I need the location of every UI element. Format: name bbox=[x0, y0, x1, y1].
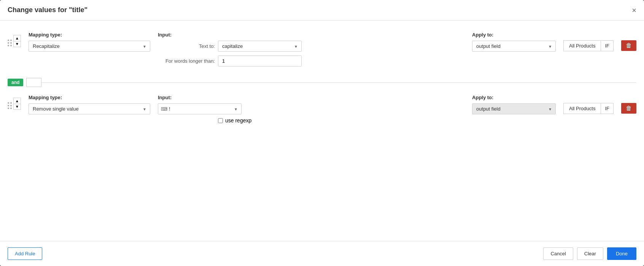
modal-body: ▲ ▼ Mapping type: Recapitalize Remove si… bbox=[0, 21, 644, 241]
input-label-1: Input: bbox=[158, 32, 464, 38]
for-words-row: For words longer than: bbox=[158, 55, 464, 66]
clear-button[interactable]: Clear bbox=[577, 247, 603, 260]
order-up-button-1[interactable]: ▲ bbox=[13, 35, 21, 41]
mapping-type-section-2: Mapping type: Recapitalize Remove single… bbox=[29, 95, 150, 114]
separator-line bbox=[41, 82, 636, 83]
handle-group-1: ▲ ▼ bbox=[8, 32, 21, 47]
done-button[interactable]: Done bbox=[607, 247, 636, 260]
cancel-button[interactable]: Cancel bbox=[543, 247, 573, 260]
order-buttons-2: ▲ ▼ bbox=[13, 98, 21, 110]
if-button-2[interactable]: IF bbox=[601, 103, 614, 114]
use-regexp-checkbox[interactable] bbox=[218, 118, 223, 123]
regexp-row: use regexp bbox=[218, 117, 464, 124]
and-separator: and bbox=[8, 78, 636, 87]
and-input[interactable] bbox=[26, 78, 41, 87]
mapping-type-label-1: Mapping type: bbox=[29, 32, 150, 38]
delete-section-1: 🗑 bbox=[621, 32, 636, 51]
input-section-1: Input: Text to: capitalize uppercase low… bbox=[158, 32, 464, 70]
rule-row-1: ▲ ▼ Mapping type: Recapitalize Remove si… bbox=[8, 28, 636, 74]
modal-overlay: Change values for "title" × ▲ ▼ bbox=[0, 0, 644, 266]
mapping-type-select-2[interactable]: Recapitalize Remove single value Find an… bbox=[29, 103, 150, 114]
use-regexp-label: use regexp bbox=[225, 117, 251, 124]
icon-select-wrapper: ! bbox=[158, 103, 242, 114]
modal-title: Change values for "title" bbox=[8, 6, 87, 14]
modal-footer: Add Rule Cancel Clear Done bbox=[0, 241, 644, 266]
all-products-button-1[interactable]: All Products bbox=[563, 40, 601, 51]
mapping-type-label-2: Mapping type: bbox=[29, 95, 150, 100]
mapping-type-wrapper-1: Recapitalize Remove single value Find an… bbox=[29, 41, 150, 52]
products-section-1: All Products IF bbox=[563, 32, 614, 51]
footer-right: Cancel Clear Done bbox=[543, 247, 636, 260]
rule-row-2: ▲ ▼ Mapping type: Recapitalize Remove si… bbox=[8, 91, 636, 127]
delete-button-2[interactable]: 🗑 bbox=[621, 103, 636, 114]
order-up-button-2[interactable]: ▲ bbox=[13, 98, 21, 104]
apply-to-wrapper-1: output field bbox=[472, 41, 556, 52]
delete-section-2: 🗑 bbox=[621, 95, 636, 114]
input-value-select-2[interactable]: ! bbox=[158, 103, 242, 114]
products-section-2: All Products IF bbox=[563, 95, 614, 114]
input-section-2: Input: ! ⌨ use regexp bbox=[158, 95, 464, 124]
and-badge: and bbox=[8, 79, 23, 86]
text-to-select[interactable]: capitalize uppercase lowercase bbox=[218, 41, 302, 52]
apply-to-section-2: Apply to: output field bbox=[472, 95, 556, 114]
delete-button-1[interactable]: 🗑 bbox=[621, 40, 636, 51]
mapping-type-select-1[interactable]: Recapitalize Remove single value Find an… bbox=[29, 41, 150, 52]
input-label-2: Input: bbox=[158, 95, 464, 100]
handle-group-2: ▲ ▼ bbox=[8, 95, 21, 110]
apply-to-select-2[interactable]: output field bbox=[472, 103, 556, 114]
order-down-button-2[interactable]: ▼ bbox=[13, 104, 21, 110]
modal-header: Change values for "title" × bbox=[0, 0, 644, 21]
for-words-input[interactable] bbox=[218, 55, 302, 66]
drag-handle-1[interactable] bbox=[8, 36, 12, 46]
if-button-1[interactable]: IF bbox=[601, 40, 614, 51]
modal: Change values for "title" × ▲ ▼ bbox=[0, 0, 644, 266]
close-button[interactable]: × bbox=[632, 6, 636, 14]
mapping-type-wrapper-2: Recapitalize Remove single value Find an… bbox=[29, 103, 150, 114]
all-products-button-2[interactable]: All Products bbox=[563, 103, 601, 114]
apply-to-select-1[interactable]: output field bbox=[472, 41, 556, 52]
order-buttons-1: ▲ ▼ bbox=[13, 35, 21, 47]
drag-handle-2[interactable] bbox=[8, 98, 12, 109]
apply-to-label-1: Apply to: bbox=[472, 32, 556, 38]
apply-to-wrapper-2: output field bbox=[472, 103, 556, 114]
order-down-button-1[interactable]: ▼ bbox=[13, 41, 21, 47]
mapping-type-section-1: Mapping type: Recapitalize Remove single… bbox=[29, 32, 150, 52]
apply-to-label-2: Apply to: bbox=[472, 95, 556, 100]
input-value-wrapper-2: ! ⌨ bbox=[158, 103, 242, 114]
add-rule-button[interactable]: Add Rule bbox=[8, 247, 42, 260]
text-to-row: Text to: capitalize uppercase lowercase bbox=[158, 41, 464, 52]
text-to-wrapper: capitalize uppercase lowercase bbox=[218, 41, 302, 52]
apply-to-section-1: Apply to: output field bbox=[472, 32, 556, 52]
text-to-label: Text to: bbox=[158, 43, 215, 49]
for-words-label: For words longer than: bbox=[158, 58, 215, 64]
